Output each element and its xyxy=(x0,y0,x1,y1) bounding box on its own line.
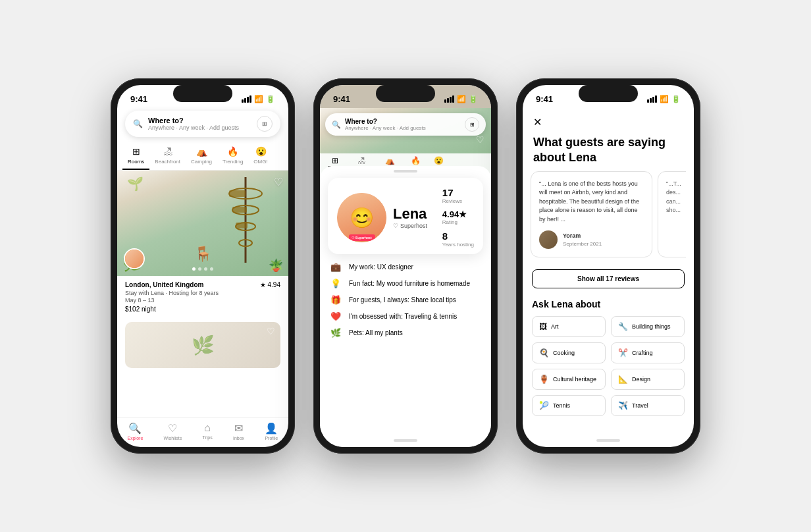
nav-inbox[interactable]: ✉ Inbox xyxy=(233,422,244,440)
phone-1: 9:41 📶 🔋 🔍 Where to? Anywh xyxy=(111,78,295,454)
travel-icon: ✈️ xyxy=(618,401,628,410)
listing-dates: May 8 – 13 xyxy=(125,297,280,304)
tag-crafting[interactable]: ✂️ Crafting xyxy=(611,342,685,363)
status-icons-3: 📶 🔋 xyxy=(647,95,681,103)
camping-icon-2: ⛺ xyxy=(385,156,395,165)
reviewer-1: Yoram September 2021 xyxy=(539,230,644,249)
review-card-1: "... Lena is one of the bests hosts you … xyxy=(531,171,652,258)
listing-host: Stay with Lena · Hosting for 8 years xyxy=(125,290,280,296)
nav-wishlists[interactable]: ♡ Wishlists xyxy=(164,422,182,440)
tennis-icon: 🎾 xyxy=(539,401,549,410)
search-bar-2[interactable]: 🔍 Where to? Anywhere · Any week · Add gu… xyxy=(325,113,486,136)
nav-profile[interactable]: 👤 Profile xyxy=(265,422,278,440)
listing-image-1: 🌿 🪴 🌱 🪑 ♡ xyxy=(117,171,288,276)
drag-handle[interactable] xyxy=(394,170,417,173)
building-icon: 🔧 xyxy=(618,322,628,331)
omg-icon-2: 😮 xyxy=(434,156,444,165)
tag-design[interactable]: 📐 Design xyxy=(611,369,685,390)
detail-work: 💼 My work: UX designer xyxy=(329,262,482,272)
host-sheet: 😊 ♡ Superhost Lena ♡ Superhost 17 Review… xyxy=(320,166,491,447)
crafting-icon: ✂️ xyxy=(618,348,628,358)
svg-rect-6 xyxy=(232,207,247,213)
tag-tennis[interactable]: 🎾 Tennis xyxy=(532,395,606,416)
host-name-block: Lena ♡ Superhost xyxy=(393,205,436,229)
tab-camping-1[interactable]: ⛺ Camping xyxy=(186,142,217,170)
tag-travel[interactable]: ✈️ Travel xyxy=(611,395,685,416)
heart-icon-bg[interactable]: ♡ xyxy=(476,134,484,145)
wishlist-heart-2[interactable]: ♡ xyxy=(267,326,275,336)
search-text-1: Where to? Anywhere · Any week · Add gues… xyxy=(148,117,251,131)
wishlist-heart-1[interactable]: ♡ xyxy=(274,176,283,188)
tag-cultural[interactable]: 🏺 Cultural heritage xyxy=(532,369,606,390)
phone-2-screen: 9:41 📶 🔋 🔍 xyxy=(320,85,491,447)
tag-building[interactable]: 🔧 Building things xyxy=(611,316,685,337)
host-superhost-label: ♡ Superhost xyxy=(393,223,436,229)
filter-button-2[interactable]: ⊞ xyxy=(465,117,479,132)
listing-title-row: London, United Kingdom ★ 4.94 xyxy=(125,281,280,288)
listing-info-1: London, United Kingdom ★ 4.94 Stay with … xyxy=(117,276,288,318)
host-card-2: 😊 ♡ Superhost Lena ♡ Superhost 17 Review… xyxy=(328,178,483,254)
phones-container: 9:41 📶 🔋 🔍 Where to? Anywh xyxy=(84,39,727,493)
trending-icon-1: 🔥 xyxy=(227,146,238,157)
staircase-svg xyxy=(222,174,269,266)
review-text-partial: "...T... des... can... sho... xyxy=(666,180,686,215)
tab-beachfront-1[interactable]: 🏖 Beachfront xyxy=(149,142,186,170)
nav-explore[interactable]: 🔍 Explore xyxy=(128,422,144,440)
explore-icon: 🔍 xyxy=(128,422,142,435)
camping-icon-1: ⛺ xyxy=(196,146,207,157)
stat-years: 8 Years hosting xyxy=(442,230,474,248)
nav-trips[interactable]: ⌂ Trips xyxy=(202,422,212,440)
signal-icon-1 xyxy=(242,95,251,103)
tab-rooms-1[interactable]: ⊞ Rooms xyxy=(122,142,149,170)
status-time-3: 9:41 xyxy=(536,94,553,104)
dynamic-island-3 xyxy=(579,85,638,102)
tag-cooking[interactable]: 🍳 Cooking xyxy=(532,342,606,363)
omg-icon-1: 😮 xyxy=(255,146,267,157)
cultural-icon: 🏺 xyxy=(539,375,549,384)
phone-3: 9:41 📶 🔋 ✕ What guests are saying about … xyxy=(516,78,700,454)
dynamic-island-2 xyxy=(376,85,435,102)
host-avatar-2: 😊 ♡ Superhost xyxy=(337,193,386,242)
search-icon-1: 🔍 xyxy=(133,119,143,128)
dot-3 xyxy=(204,267,207,271)
review-text: "... Lena is one of the bests hosts you … xyxy=(539,180,644,225)
reviewer-info-1: Yoram September 2021 xyxy=(563,232,602,249)
wishlists-icon: ♡ xyxy=(168,422,177,435)
wifi-icon-2: 📶 xyxy=(457,95,466,103)
image-dots-1 xyxy=(192,267,213,271)
close-button[interactable]: ✕ xyxy=(533,116,683,128)
show-all-button[interactable]: Show all 17 reviews xyxy=(532,269,685,288)
category-tabs-1: ⊞ Rooms 🏖 Beachfront ⛺ Camping 🔥 Trendin… xyxy=(117,142,288,171)
dot-2 xyxy=(198,267,201,271)
reviewer-avatar-1 xyxy=(539,230,558,249)
ask-about-section: Ask Lena about 🖼 Art 🔧 Building things 🍳… xyxy=(523,294,694,434)
filter-button-1[interactable]: ⊞ xyxy=(257,116,273,132)
search-text-2: Where to? Anywhere · Any week · Add gues… xyxy=(345,118,461,131)
wifi-icon-1: 📶 xyxy=(254,95,263,103)
beachfront-icon-2: 🏖 xyxy=(357,156,365,165)
tab-trending-1[interactable]: 🔥 Trending xyxy=(217,142,248,170)
stat-reviews: 17 Reviews xyxy=(442,187,474,204)
ask-about-grid: 🖼 Art 🔧 Building things 🍳 Cooking ✂️ Cra… xyxy=(532,316,685,416)
review-cards: "... Lena is one of the bests hosts you … xyxy=(531,171,686,258)
tab-omg-1[interactable]: 😮 OMG! xyxy=(248,142,273,170)
stat-rating: 4.94★ Rating xyxy=(442,209,474,225)
bottom-indicator-2 xyxy=(394,439,417,442)
listing-rating: ★ 4.94 xyxy=(260,281,280,288)
trips-icon: ⌂ xyxy=(204,422,211,434)
detail-funfact: 💡 Fun fact: My wood furniture is homemad… xyxy=(329,279,482,288)
reviews-title: What guests are saying about Lena xyxy=(533,135,683,166)
status-time-1: 9:41 xyxy=(130,94,147,104)
host-details: 💼 My work: UX designer 💡 Fun fact: My wo… xyxy=(320,259,491,434)
superhost-badge: ♡ Superhost xyxy=(348,234,375,241)
host-stats: 17 Reviews 4.94★ Rating 8 Years hosting xyxy=(442,187,474,248)
tag-art[interactable]: 🖼 Art xyxy=(532,316,606,337)
listing-thumb-1[interactable]: 🌿 ♡ xyxy=(125,322,280,368)
search-bar-1[interactable]: 🔍 Where to? Anywhere · Any week · Add gu… xyxy=(125,111,280,137)
battery-icon-3: 🔋 xyxy=(671,95,681,103)
pets-icon: 🌿 xyxy=(329,328,342,338)
phone3-header: ✕ What guests are saying about Lena xyxy=(523,108,694,171)
cooking-icon: 🍳 xyxy=(539,348,549,358)
design-icon: 📐 xyxy=(618,375,628,384)
svg-rect-5 xyxy=(229,190,246,197)
